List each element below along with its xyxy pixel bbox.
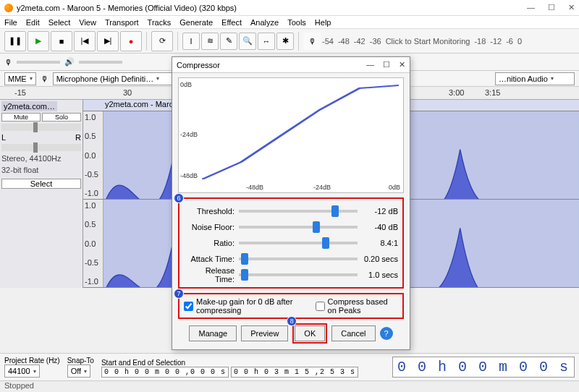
dialog-close-icon[interactable]: ✕ bbox=[399, 60, 405, 69]
help-icon[interactable]: ? bbox=[380, 327, 393, 340]
project-rate-select[interactable]: 44100 bbox=[4, 365, 40, 378]
audio-position[interactable]: 0 0 h 0 0 m 0 0 s bbox=[392, 357, 575, 378]
record-volume-slider[interactable] bbox=[17, 61, 60, 64]
menu-help[interactable]: Help bbox=[315, 18, 331, 27]
compressor-graph: 0dB -24dB -48dB -48dB -24dB 0dB bbox=[178, 77, 404, 193]
track-name[interactable]: y2meta.com… bbox=[1, 101, 57, 111]
window-close-icon[interactable]: ✕ bbox=[568, 3, 575, 12]
record-button[interactable]: ● bbox=[120, 31, 142, 51]
record-meter-icon[interactable]: 🎙 bbox=[303, 33, 321, 50]
annotation-badge-8: 8 bbox=[287, 316, 297, 326]
menu-analyze[interactable]: Analyze bbox=[250, 18, 279, 27]
release-time-slider[interactable] bbox=[239, 273, 358, 276]
selection-range-label: Start and End of Selection bbox=[101, 359, 358, 367]
compressor-sliders-group: 6 Threshold:-12 dB Noise Floor:-40 dB Ra… bbox=[178, 197, 404, 289]
noise-floor-value: -40 dB bbox=[362, 223, 398, 231]
envelope-tool-icon[interactable]: ≋ bbox=[201, 33, 219, 50]
snap-to-label: Snap-To bbox=[67, 357, 94, 365]
stop-button[interactable]: ■ bbox=[51, 31, 72, 51]
menu-select[interactable]: Select bbox=[48, 18, 71, 27]
recording-device-select[interactable]: Microphone (High Definiti… bbox=[53, 72, 183, 85]
ok-button[interactable]: OK bbox=[295, 325, 325, 341]
menu-effect[interactable]: Effect bbox=[221, 18, 242, 27]
selection-start[interactable]: 0 0 h 0 0 m 0 0 ,0 0 0 s bbox=[101, 367, 229, 378]
release-time-label: Release Time: bbox=[184, 266, 234, 284]
ratio-slider[interactable] bbox=[239, 242, 358, 244]
noise-floor-slider[interactable] bbox=[239, 226, 358, 229]
mic-icon: 🎙 bbox=[4, 58, 12, 67]
compressor-checkbox-group: 7 Make-up gain for 0 dB after compressin… bbox=[178, 293, 404, 319]
compress-peaks-checkbox[interactable]: Compress based on Peaks bbox=[316, 297, 398, 315]
pan-left-label: L bbox=[1, 133, 6, 142]
attack-time-slider[interactable] bbox=[239, 257, 358, 260]
zoom-tool-icon[interactable]: 🔍 bbox=[239, 33, 256, 50]
ruler-tick: -15 bbox=[14, 88, 26, 97]
noise-floor-label: Noise Floor: bbox=[184, 223, 234, 231]
compressor-dialog: Compressor — ☐ ✕ 0dB -24dB -48dB -48dB -… bbox=[172, 56, 410, 350]
play-button[interactable]: ▶ bbox=[28, 31, 49, 51]
dialog-title: Compressor bbox=[177, 61, 220, 69]
menu-tools[interactable]: Tools bbox=[287, 18, 306, 27]
mute-button[interactable]: Mute bbox=[1, 113, 41, 122]
track-control-panel[interactable]: y2meta.com… Mute Solo LR Stereo, 44100Hz… bbox=[0, 100, 83, 288]
solo-button[interactable]: Solo bbox=[42, 113, 81, 122]
multi-tool-icon[interactable]: ✱ bbox=[276, 33, 294, 50]
menu-edit[interactable]: Edit bbox=[26, 18, 40, 27]
manage-button[interactable]: Manage bbox=[189, 325, 237, 341]
preview-button[interactable]: Preview bbox=[241, 325, 288, 341]
threshold-slider[interactable] bbox=[239, 210, 358, 213]
dialog-minimize-icon[interactable]: — bbox=[366, 60, 374, 69]
makeup-gain-checkbox[interactable]: Make-up gain for 0 dB after compressing bbox=[184, 297, 304, 315]
dialog-button-row: Manage Preview 8 OK Cancel ? bbox=[178, 323, 404, 344]
audio-host-select[interactable]: MME bbox=[4, 72, 36, 85]
playback-device-select[interactable]: …nition Audio bbox=[495, 72, 575, 85]
menu-view[interactable]: View bbox=[79, 18, 96, 27]
track-bitdepth: 32-bit float bbox=[1, 166, 81, 174]
cancel-button[interactable]: Cancel bbox=[331, 325, 375, 341]
annotation-badge-6: 6 bbox=[174, 193, 184, 203]
menu-file[interactable]: File bbox=[4, 18, 17, 27]
app-logo-icon bbox=[4, 4, 13, 12]
ratio-value: 8.4:1 bbox=[362, 239, 398, 247]
ratio-label: Ratio: bbox=[184, 239, 234, 247]
menu-transport[interactable]: Transport bbox=[105, 18, 139, 27]
menu-tracks[interactable]: Tracks bbox=[148, 18, 172, 27]
attack-time-label: Attack Time: bbox=[184, 255, 234, 263]
threshold-value: -12 dB bbox=[362, 207, 398, 216]
attack-time-value: 0.20 secs bbox=[362, 255, 398, 263]
ruler-tick: 3:15 bbox=[485, 88, 500, 97]
ruler-tick: 30 bbox=[123, 88, 132, 97]
draw-tool-icon[interactable]: ✎ bbox=[220, 33, 237, 50]
track-format: Stereo, 44100Hz bbox=[1, 154, 81, 163]
window-title: y2meta.com - Maroon 5 - Memories (Offici… bbox=[17, 4, 237, 12]
speaker-icon: 🔊 bbox=[64, 57, 75, 67]
skip-end-button[interactable]: ▶| bbox=[97, 31, 119, 51]
release-time-value: 1.0 secs bbox=[362, 270, 398, 279]
timeshift-tool-icon[interactable]: ↔ bbox=[258, 33, 275, 50]
snap-to-select[interactable]: Off bbox=[67, 365, 90, 378]
loop-button[interactable]: ⟳ bbox=[151, 31, 173, 51]
menu-generate[interactable]: Generate bbox=[179, 18, 213, 27]
pause-button[interactable]: ❚❚ bbox=[4, 31, 26, 51]
selection-toolbar: Project Rate (Hz) 44100 Snap-To Off Star… bbox=[0, 353, 579, 380]
record-meter[interactable]: -54 -48 -42 -36 Click to Start Monitorin… bbox=[322, 37, 522, 46]
menubar: File Edit Select View Transport Tracks G… bbox=[0, 16, 579, 29]
window-titlebar: y2meta.com - Maroon 5 - Memories (Offici… bbox=[0, 0, 579, 16]
ruler-tick: 3:00 bbox=[449, 88, 464, 97]
playback-volume-slider[interactable] bbox=[79, 61, 122, 64]
annotation-badge-7: 7 bbox=[174, 289, 184, 299]
skip-start-button[interactable]: |◀ bbox=[74, 31, 96, 51]
selection-tool-icon[interactable]: I bbox=[182, 33, 200, 50]
window-maximize-icon[interactable]: ☐ bbox=[548, 3, 555, 12]
mic-icon: 🎙 bbox=[41, 74, 48, 83]
transport-toolbar: ❚❚ ▶ ■ |◀ ▶| ● ⟳ I ≋ ✎ 🔍 ↔ ✱ 🎙 -54 -48 -… bbox=[0, 29, 579, 54]
window-minimize-icon[interactable]: — bbox=[527, 3, 535, 12]
track-select-button[interactable]: Select bbox=[1, 179, 81, 189]
threshold-label: Threshold: bbox=[184, 207, 234, 216]
pan-right-label: R bbox=[75, 133, 81, 142]
dialog-maximize-icon[interactable]: ☐ bbox=[383, 60, 390, 69]
pan-slider[interactable] bbox=[1, 144, 81, 151]
gain-slider[interactable] bbox=[1, 124, 81, 131]
selection-end[interactable]: 0 0 h 0 3 m 1 5 ,2 5 3 s bbox=[231, 367, 358, 378]
statusbar: Stopped bbox=[0, 380, 579, 392]
